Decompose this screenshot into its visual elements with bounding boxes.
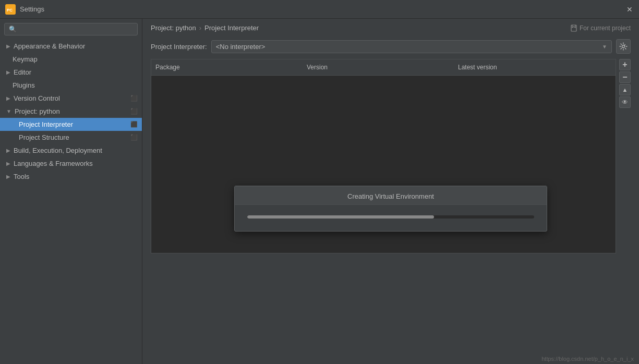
search-input[interactable] [19, 26, 133, 33]
sidebar-item-project-python[interactable]: ▼ Project: python ⬛ [0, 105, 142, 118]
sidebar-item-appearance-behavior[interactable]: ▶ Appearance & Behavior [0, 40, 142, 53]
bookmark-icon [570, 25, 577, 32]
sidebar-item-build-execution[interactable]: ▶ Build, Execution, Deployment [0, 144, 142, 157]
breadcrumb-current: Project Interpreter [204, 24, 259, 32]
interpreter-gear-button[interactable] [616, 39, 631, 54]
dropdown-caret-icon: ▼ [602, 44, 607, 50]
badge-project: ⬛ [130, 108, 138, 115]
sidebar: 🔍 ▶ Appearance & Behavior Keymap ▶ Edito… [0, 19, 142, 364]
sidebar-item-languages-frameworks[interactable]: ▶ Languages & Frameworks [0, 157, 142, 170]
interpreter-row: Project Interpreter: <No interpreter> ▼ [142, 35, 639, 59]
breadcrumb-separator: › [199, 24, 201, 32]
close-button[interactable]: ✕ [625, 5, 634, 14]
arrow-icon-tools: ▶ [6, 174, 10, 179]
progress-dialog-body [235, 205, 547, 231]
title-bar: PC Settings ✕ [0, 0, 639, 19]
sidebar-item-editor[interactable]: ▶ Editor [0, 66, 142, 79]
interpreter-select[interactable]: <No interpreter> ▼ [211, 40, 612, 53]
column-header-latest-version: Latest version [454, 62, 616, 73]
badge-vc: ⬛ [130, 95, 138, 102]
arrow-icon: ▶ [6, 43, 10, 49]
add-package-button[interactable]: + [619, 59, 631, 70]
sidebar-item-version-control[interactable]: ▶ Version Control ⬛ [0, 92, 142, 105]
interpreter-label: Project Interpreter: [151, 43, 207, 51]
arrow-icon-build: ▶ [6, 148, 10, 153]
gear-icon [619, 42, 628, 51]
sidebar-item-keymap[interactable]: Keymap [0, 53, 142, 66]
progress-bar-background [247, 215, 534, 219]
bottom-url: https://blog.csdn.net/p_h_o_e_n_i_x [541, 356, 634, 362]
app-icon: PC [5, 4, 16, 15]
svg-text:PC: PC [7, 8, 13, 13]
sidebar-item-plugins[interactable]: Plugins [0, 79, 142, 92]
for-current-project-button[interactable]: For current project [570, 25, 631, 32]
column-header-package: Package [151, 62, 303, 73]
main-layout: 🔍 ▶ Appearance & Behavior Keymap ▶ Edito… [0, 19, 639, 364]
remove-package-button[interactable]: − [619, 71, 631, 83]
title-bar-title: Settings [20, 5, 44, 13]
title-bar-controls: ✕ [625, 5, 634, 14]
breadcrumb-parent[interactable]: Project: python [151, 24, 196, 32]
title-bar-left: PC Settings [5, 4, 44, 15]
breadcrumb: Project: python › Project Interpreter Fo… [142, 19, 639, 35]
search-box[interactable]: 🔍 [4, 23, 138, 35]
arrow-icon-vc: ▶ [6, 95, 10, 101]
arrow-icon-project: ▼ [6, 108, 11, 114]
interpreter-selected-value: <No interpreter> [216, 43, 266, 51]
column-header-version: Version [303, 62, 454, 73]
bottom-url-bar: https://blog.csdn.net/p_h_o_e_n_i_x [536, 354, 639, 364]
arrow-icon-editor: ▶ [6, 69, 10, 75]
search-icon: 🔍 [9, 26, 17, 33]
progress-dialog-title: Creating Virtual Environment [235, 186, 547, 205]
progress-dialog: Creating Virtual Environment [234, 186, 547, 232]
sidebar-item-project-structure[interactable]: Project Structure ⬛ [0, 131, 142, 144]
sidebar-item-project-interpreter[interactable]: Project Interpreter ⬛ [0, 118, 142, 131]
sidebar-item-tools[interactable]: ▶ Tools [0, 170, 142, 183]
badge-interpreter: ⬛ [130, 121, 138, 128]
upgrade-package-button[interactable]: ▲ [619, 84, 631, 95]
progress-bar-fill [247, 215, 434, 219]
badge-structure: ⬛ [130, 134, 138, 141]
content-area: Project: python › Project Interpreter Fo… [142, 19, 639, 364]
table-header: Package Version Latest version [151, 59, 616, 76]
table-action-buttons: + − ▲ 👁 [619, 59, 631, 108]
show-early-versions-button[interactable]: 👁 [619, 96, 631, 108]
arrow-icon-lang: ▶ [6, 161, 10, 166]
